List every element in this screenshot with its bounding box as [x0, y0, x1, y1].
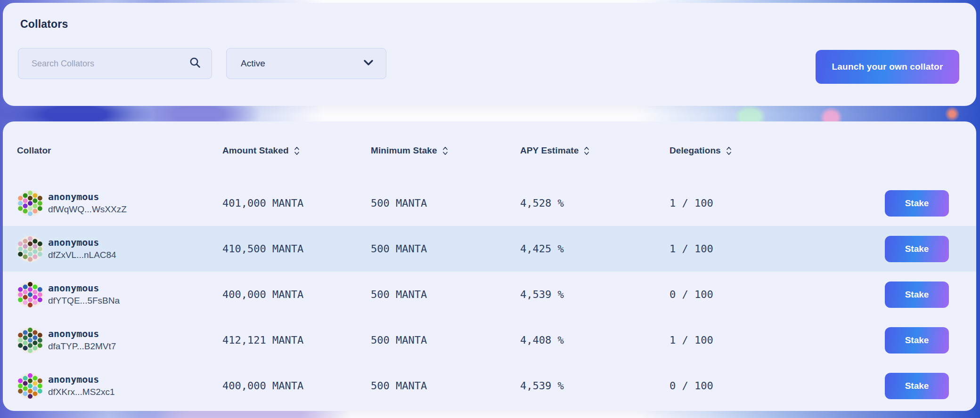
collator-address: dfXKrx...MS2xc1: [48, 386, 115, 398]
amount-staked-value: 412,121 MANTA: [222, 334, 371, 346]
collator-address: dfZxVL...nLAC84: [48, 249, 116, 261]
collator-cell: anonymous dfYTQE...5FsBNa: [17, 281, 222, 308]
delegations-value: 0 / 100: [670, 380, 885, 392]
collator-cell: anonymous dfZxVL...nLAC84: [17, 236, 222, 262]
column-header-label: Collator: [17, 145, 51, 156]
collator-name: anonymous: [48, 191, 127, 203]
status-filter-dropdown[interactable]: Active: [226, 48, 386, 79]
collators-toolbar-panel: Collators Active Launch your own collato…: [3, 3, 976, 106]
apy-estimate-value: 4,528 %: [520, 197, 670, 209]
collator-cell: anonymous dfaTYP...B2MVt7: [17, 327, 222, 354]
sort-arrows-icon[interactable]: [442, 145, 449, 156]
collators-table-panel: CollatorAmount StakedMinimum StakeAPY Es…: [3, 121, 976, 411]
table-body: anonymous dfWqWQ...WsXXzZ 401,000 MANTA …: [3, 180, 976, 409]
column-header-delegations[interactable]: Delegations: [670, 145, 885, 156]
table-row: anonymous dfWqWQ...WsXXzZ 401,000 MANTA …: [3, 180, 976, 226]
table-row: anonymous dfZxVL...nLAC84 410,500 MANTA …: [3, 226, 976, 272]
minimum-stake-value: 500 MANTA: [371, 243, 520, 255]
collator-name: anonymous: [48, 282, 120, 295]
sort-arrows-icon[interactable]: [583, 145, 590, 156]
collator-address: dfaTYP...B2MVt7: [48, 340, 116, 353]
minimum-stake-value: 500 MANTA: [371, 334, 520, 346]
collator-address: dfYTQE...5FsBNa: [48, 295, 120, 307]
column-header-label: APY Estimate: [520, 145, 579, 156]
minimum-stake-value: 500 MANTA: [371, 289, 520, 300]
stake-button[interactable]: Stake: [885, 281, 949, 308]
column-header-amount-staked[interactable]: Amount Staked: [222, 145, 371, 156]
search-icon: [189, 56, 201, 71]
delegations-value: 1 / 100: [670, 197, 885, 209]
search-box[interactable]: [18, 48, 212, 79]
amount-staked-value: 401,000 MANTA: [222, 197, 371, 209]
status-filter-value: Active: [241, 58, 265, 69]
table-header-row: CollatorAmount StakedMinimum StakeAPY Es…: [3, 140, 976, 161]
stake-button[interactable]: Stake: [885, 190, 949, 217]
sort-arrows-icon[interactable]: [726, 145, 732, 156]
search-input[interactable]: [32, 59, 189, 69]
collator-name: anonymous: [48, 328, 116, 340]
collator-identicon-avatar: [17, 190, 43, 217]
collator-identicon-avatar: [17, 327, 43, 354]
minimum-stake-value: 500 MANTA: [371, 380, 520, 392]
collator-name: anonymous: [48, 236, 116, 249]
delegations-value: 1 / 100: [670, 334, 885, 346]
delegations-value: 1 / 100: [670, 243, 885, 255]
page-title: Collators: [20, 18, 68, 31]
delegations-value: 0 / 100: [670, 289, 885, 300]
launch-collator-button[interactable]: Launch your own collator: [816, 50, 959, 84]
collator-identicon-avatar: [17, 236, 43, 262]
amount-staked-value: 400,000 MANTA: [222, 380, 371, 392]
collator-name: anonymous: [48, 373, 115, 386]
collator-cell: anonymous dfXKrx...MS2xc1: [17, 373, 222, 399]
column-header-apy-estimate[interactable]: APY Estimate: [520, 145, 670, 156]
apy-estimate-value: 4,539 %: [520, 289, 670, 300]
column-header-collator: Collator: [17, 145, 222, 156]
amount-staked-value: 410,500 MANTA: [222, 243, 371, 255]
collator-identicon-avatar: [17, 373, 43, 399]
minimum-stake-value: 500 MANTA: [371, 197, 520, 209]
stake-button[interactable]: Stake: [885, 373, 949, 399]
chevron-down-icon: [363, 59, 374, 68]
collator-address: dfWqWQ...WsXXzZ: [48, 203, 127, 216]
column-header-minimum-stake[interactable]: Minimum Stake: [371, 145, 520, 156]
column-header-label: Delegations: [670, 145, 721, 156]
table-row: anonymous dfYTQE...5FsBNa 400,000 MANTA …: [3, 272, 976, 317]
table-row: anonymous dfaTYP...B2MVt7 412,121 MANTA …: [3, 317, 976, 363]
apy-estimate-value: 4,539 %: [520, 380, 670, 392]
stake-button[interactable]: Stake: [885, 327, 949, 354]
apy-estimate-value: 4,425 %: [520, 243, 670, 255]
apy-estimate-value: 4,408 %: [520, 334, 670, 346]
collator-identicon-avatar: [17, 281, 43, 308]
amount-staked-value: 400,000 MANTA: [222, 289, 371, 300]
column-header-label: Minimum Stake: [371, 145, 437, 156]
collator-cell: anonymous dfWqWQ...WsXXzZ: [17, 190, 222, 217]
table-row: anonymous dfXKrx...MS2xc1 400,000 MANTA …: [3, 363, 976, 409]
sort-arrows-icon[interactable]: [294, 145, 300, 156]
stake-button[interactable]: Stake: [885, 236, 949, 262]
column-header-label: Amount Staked: [222, 145, 289, 156]
